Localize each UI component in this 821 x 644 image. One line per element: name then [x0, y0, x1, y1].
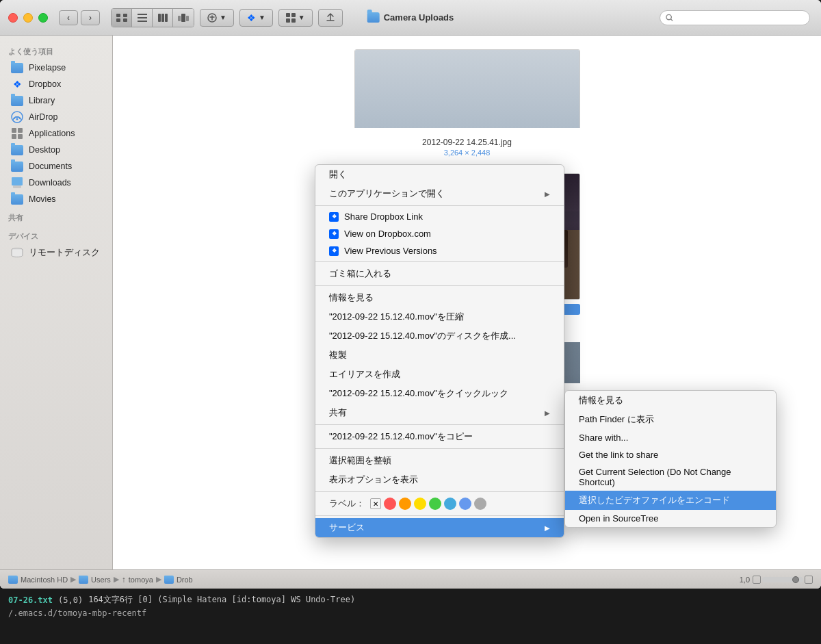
view-icons-button[interactable] — [112, 9, 132, 27]
sidebar-item-pixelapse-label: Pixelapse — [29, 63, 66, 73]
remote-disk-icon — [11, 246, 23, 259]
label-none[interactable]: ✕ — [370, 498, 381, 509]
menu-item-copy[interactable]: "2012-09-22 15.12.40.mov"をコピー — [315, 427, 564, 446]
submenu-item-pathfinder[interactable]: Path Finder に表示 — [565, 410, 776, 429]
file-details-first: 3,264 × 2,448 — [444, 149, 491, 157]
devices-label: デバイス — [0, 226, 112, 244]
terminal-line1: 07-26.txt (5,0) 164文字6行 [0] (Simple Hate… — [0, 589, 821, 607]
menu-item-view-dropbox[interactable]: ❖ View on Dropbox.com — [315, 225, 564, 242]
dropbox-icon: ❖ — [11, 78, 23, 90]
sidebar-item-downloads[interactable]: Downloads — [3, 175, 109, 191]
menu-item-quicklook[interactable]: "2012-09-22 15.12.40.mov"をクイックルック — [315, 384, 564, 403]
menu-item-open-label: 開く — [329, 168, 347, 181]
svg-rect-24 — [12, 134, 16, 139]
svg-rect-2 — [116, 18, 120, 22]
zoom-control — [753, 576, 813, 584]
context-menu: 開く このアプリケーションで開く ▶ ❖ Share Dropbox Link … — [315, 164, 564, 538]
menu-item-compress-label: "2012-09-22 15.12.40.mov"を圧縮 — [329, 311, 464, 323]
documents-icon — [11, 160, 23, 172]
sidebar-item-library[interactable]: Library — [3, 92, 109, 109]
sidebar-item-dropbox[interactable]: ❖ Dropbox — [3, 76, 109, 92]
dropbox-icon-small: ❖ — [329, 212, 339, 222]
label-yellow[interactable] — [414, 498, 426, 510]
menu-item-arrange[interactable]: 選択範囲を整頓 — [315, 451, 564, 470]
menu-divider-2 — [315, 261, 564, 262]
sidebar-item-remotedisk[interactable]: リモートディスク — [3, 244, 109, 261]
menu-item-services[interactable]: サービス ▶ — [315, 518, 564, 537]
breadcrumb-up-icon: ↑ — [122, 575, 126, 584]
zoom-out-button[interactable] — [753, 576, 761, 584]
label-blue[interactable] — [459, 498, 471, 510]
menu-divider-6 — [315, 491, 564, 492]
label-red[interactable] — [384, 498, 396, 510]
search-icon — [666, 14, 673, 22]
minimize-button[interactable] — [23, 13, 33, 23]
sidebar-item-documents[interactable]: Documents — [3, 158, 109, 175]
submenu-item-info[interactable]: 情報を見る — [565, 391, 776, 410]
menu-item-share-dropbox[interactable]: ❖ Share Dropbox Link — [315, 208, 564, 225]
view-columns-button[interactable] — [153, 9, 173, 27]
menu-item-compress[interactable]: "2012-09-22 15.12.40.mov"を圧縮 — [315, 307, 564, 326]
menu-item-duplicate[interactable]: 複製 — [315, 346, 564, 365]
window-title: Camera Uploads — [384, 12, 454, 23]
downloads-icon — [11, 177, 23, 189]
menu-item-info[interactable]: 情報を見る — [315, 288, 564, 307]
search-input[interactable] — [676, 13, 804, 23]
sidebar-item-applications-label: Applications — [29, 129, 75, 138]
label-green[interactable] — [429, 498, 441, 510]
airdrop-icon — [11, 111, 23, 123]
forward-button[interactable]: › — [81, 10, 100, 25]
sidebar-item-pixelapse[interactable]: Pixelapse — [3, 60, 109, 76]
search-bar[interactable] — [660, 10, 810, 25]
menu-item-share[interactable]: 共有 ▶ — [315, 403, 564, 422]
menu-item-arrange-label: 選択範囲を整頓 — [329, 454, 391, 467]
shared-label: 共有 — [0, 207, 112, 226]
library-icon — [11, 94, 23, 107]
terminal-filename: 07-26.txt — [8, 595, 53, 605]
view-list-button[interactable] — [132, 9, 153, 27]
sidebar-item-remotedisk-label: リモートディスク — [29, 247, 100, 259]
menu-item-open-with[interactable]: このアプリケーションで開く ▶ — [315, 184, 564, 203]
svg-rect-9 — [165, 14, 168, 22]
menu-item-view-opts[interactable]: 表示オプションを表示 — [315, 470, 564, 489]
submenu-item-encode-video-label: 選択したビデオファイルをエンコード — [579, 494, 730, 506]
share-button[interactable] — [318, 9, 343, 27]
arrange-button[interactable]: ▼ — [278, 9, 313, 27]
folder-icon — [367, 12, 380, 23]
submenu-item-encode-video[interactable]: 選択したビデオファイルをエンコード — [565, 491, 776, 510]
menu-item-burn[interactable]: "2012-09-22 15.12.40.mov"のディスクを作成... — [315, 326, 564, 346]
maximize-button[interactable] — [38, 13, 48, 23]
sidebar-item-desktop[interactable]: Desktop — [3, 142, 109, 158]
menu-item-open[interactable]: 開く — [315, 165, 564, 184]
sidebar-item-movies[interactable]: Movies — [3, 191, 109, 207]
menu-divider-4 — [315, 424, 564, 425]
sidebar-item-airdrop[interactable]: AirDrop — [3, 109, 109, 125]
label-gray[interactable] — [474, 498, 486, 510]
back-button[interactable]: ‹ — [59, 10, 78, 25]
dropbox-button[interactable]: ❖ ▼ — [239, 9, 273, 27]
submenu-item-get-selection[interactable]: Get Current Selection (Do Not Change Sho… — [565, 463, 776, 491]
close-button[interactable] — [8, 13, 18, 23]
label-orange[interactable] — [399, 498, 411, 510]
traffic-lights — [0, 13, 48, 23]
dropbox-icon-small3: ❖ — [329, 246, 339, 256]
menu-item-services-label: サービス — [329, 521, 365, 534]
dropbox-icon-small2: ❖ — [329, 229, 339, 239]
svg-rect-8 — [161, 14, 164, 22]
favorites-label: よく使う項目 — [0, 41, 112, 60]
applications-icon — [11, 127, 23, 140]
svg-rect-11 — [181, 14, 185, 22]
submenu-item-share-with[interactable]: Share with... — [565, 429, 776, 446]
menu-item-burn-label: "2012-09-22 15.12.40.mov"のディスクを作成... — [329, 330, 516, 342]
sidebar-item-applications[interactable]: Applications — [3, 125, 109, 142]
zoom-slider[interactable] — [762, 577, 803, 582]
view-coverflow-button[interactable] — [173, 9, 194, 27]
label-teal[interactable] — [444, 498, 456, 510]
submenu-item-get-link[interactable]: Get the link to share — [565, 446, 776, 463]
menu-item-view-versions[interactable]: ❖ View Previous Versions — [315, 242, 564, 259]
menu-item-trash[interactable]: ゴミ箱に入れる — [315, 264, 564, 283]
submenu-item-open-sourcetree[interactable]: Open in SourceTree — [565, 510, 776, 527]
zoom-in-button[interactable] — [805, 576, 813, 584]
menu-item-alias[interactable]: エイリアスを作成 — [315, 365, 564, 384]
action-menu-button[interactable]: ▼ — [200, 9, 234, 27]
